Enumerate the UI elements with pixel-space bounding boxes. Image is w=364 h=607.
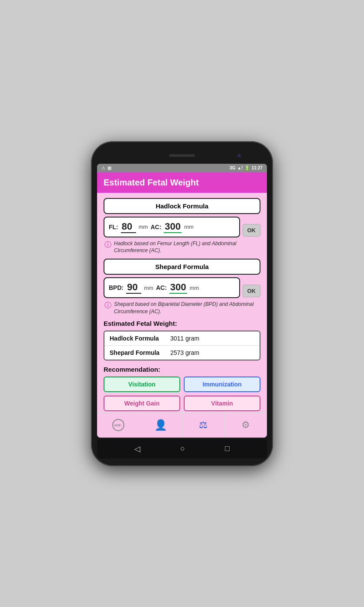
doctor-icon: 👤 [154,419,167,431]
warning-icon: ⚠ [101,166,105,170]
hadlock-inputs-box: FL: 80 mm AC: 300 mm [104,217,240,237]
hadlock-fl-label: FL: [109,224,118,230]
hadlock-section: Hadlock Formula FL: 80 mm AC: 300 mm OK … [104,198,260,255]
shepard-ac-label: AC: [156,284,167,291]
hadlock-result-name: Hadlock Formula [110,335,170,342]
results-label: Estimated Fetal Weight: [104,320,260,327]
shepard-section: Shepard Formula BPD: 90 mm AC: 300 mm OK… [104,259,260,315]
age-icon: AGE↑ [112,419,124,431]
phone-top-bar [97,149,267,162]
shepard-result-name: Shepard Formula [110,349,170,356]
phone-device: ⚠ ▦ 3G ▲! 🔋 11:27 Estimated Fetal Weight… [91,141,273,466]
shepard-info-row: ⓘ Shepard based on Biparietal Diameter (… [104,301,260,315]
hadlock-input-row: FL: 80 mm AC: 300 mm OK [104,217,260,237]
table-row: Hadlock Formula 3011 gram [104,331,260,346]
results-table: Hadlock Formula 3011 gram Shepard Formul… [104,331,260,360]
status-bar: ⚠ ▦ 3G ▲! 🔋 11:27 [97,164,267,172]
nav-item-scale[interactable]: ⚖ [182,413,225,438]
shepard-info-text: Shepard based on Biparietal Diameter (BP… [114,301,260,315]
phone-camera [237,154,241,157]
phone-bottom-bar: ◁ ○ □ [97,439,267,458]
app-content: Hadlock Formula FL: 80 mm AC: 300 mm OK … [97,193,267,412]
page-title: Estimated Fetal Weight [104,178,260,188]
status-right-info: 3G ▲! 🔋 11:27 [230,166,263,170]
signal-icon: ▲! [237,166,243,170]
phone-speaker [169,154,195,157]
hadlock-fl-value[interactable]: 80 [121,221,136,233]
shepard-input-row: BPD: 90 mm AC: 300 mm OK [104,277,260,298]
hadlock-ac-label: AC: [150,224,161,230]
shepard-bpd-label: BPD: [109,284,124,291]
bottom-nav: AGE↑ 👤 ⚖ ⚙ [97,412,267,438]
hadlock-info-icon: ⓘ [104,240,111,250]
sim-icon: ▦ [107,166,111,170]
vitamin-button[interactable]: Vitamin [184,396,260,411]
hadlock-info-text: Hadlock based on Femur Length (FL) and A… [114,240,260,255]
shepard-formula-name: Shepard Formula [104,259,260,275]
phone-screen: ⚠ ▦ 3G ▲! 🔋 11:27 Estimated Fetal Weight… [97,164,267,438]
home-button[interactable]: ○ [180,444,185,453]
hadlock-ac-unit: mm [184,224,194,230]
nav-item-age[interactable]: AGE↑ [97,413,140,438]
shepard-result-value: 2573 gram [170,349,199,356]
shepard-bpd-unit: mm [144,285,153,291]
recent-button[interactable]: □ [225,444,230,453]
recommendation-label: Recommendation: [104,366,260,373]
nav-item-settings[interactable]: ⚙ [225,413,267,438]
shepard-ac-unit: mm [190,285,199,291]
hadlock-info-row: ⓘ Hadlock based on Femur Length (FL) and… [104,240,260,255]
time-label: 11:27 [251,166,263,170]
gear-icon: ⚙ [241,419,250,431]
battery-icon: 🔋 [244,166,250,170]
shepard-bpd-value[interactable]: 90 [126,282,141,294]
table-row: Shepard Formula 2573 gram [104,346,260,360]
immunization-button[interactable]: Immunization [184,377,260,392]
hadlock-result-value: 3011 gram [170,335,199,342]
weight-gain-button[interactable]: Weight Gain [104,396,180,411]
back-button[interactable]: ◁ [134,444,140,454]
hadlock-ok-button[interactable]: OK [243,224,261,237]
shepard-ac-value[interactable]: 300 [169,282,187,294]
visitation-button[interactable]: Visitation [104,377,180,392]
shepard-inputs-box: BPD: 90 mm AC: 300 mm [104,277,240,298]
scale-icon: ⚖ [199,419,208,431]
status-left-icons: ⚠ ▦ [101,166,111,170]
hadlock-fl-unit: mm [139,224,148,230]
shepard-ok-button[interactable]: OK [243,285,261,297]
nav-item-doctor[interactable]: 👤 [140,413,182,438]
recommendation-buttons: Visitation Immunization Weight Gain Vita… [104,377,260,411]
network-label: 3G [230,166,235,170]
app-header: Estimated Fetal Weight [97,172,267,193]
hadlock-formula-name: Hadlock Formula [104,198,260,214]
hadlock-ac-value[interactable]: 300 [164,221,182,233]
shepard-info-icon: ⓘ [104,301,111,310]
